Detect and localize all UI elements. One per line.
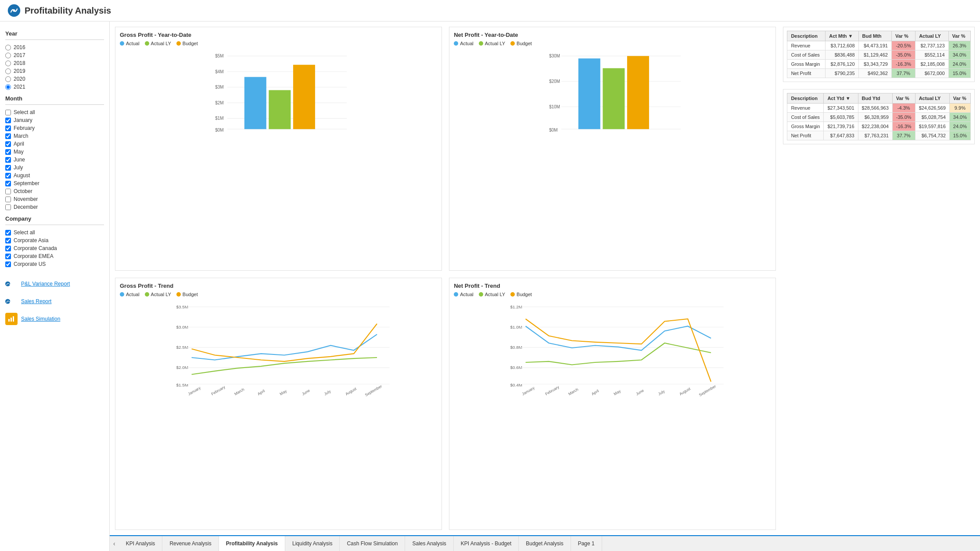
col-var-pct2-ytd: Var % [949,93,970,104]
company-section-title: Company [5,215,104,222]
svg-point-3 [5,299,10,304]
npt-legend-actual-ly: Actual LY [479,292,505,297]
month-check-october[interactable]: October [5,187,104,195]
cell-var-pct: -16.3% [891,60,915,69]
page-title: Profitability Analysis [25,6,111,16]
month-check-december[interactable]: December [5,203,104,211]
cell-var-pct: -20.5% [891,41,915,50]
svg-text:June: June [635,388,645,396]
ytd-table-panel: Description Act Ytd ▼ Bud Ytd Var % Actu… [783,89,975,144]
month-check-april[interactable]: April [5,140,104,148]
month-check-march[interactable]: March [5,132,104,140]
svg-text:$2.0M: $2.0M [176,365,188,370]
month-check-february[interactable]: February [5,124,104,132]
tab-scroll-left[interactable]: ‹ [110,536,119,551]
table-row: Net Profit $7,647,833 $7,763,231 37.7% $… [787,131,971,140]
svg-text:February: February [210,384,226,396]
svg-text:$3M: $3M [215,85,223,89]
cell-var-pct: -35.0% [891,50,915,60]
gpt-legend-actual-ly: Actual LY [145,292,171,297]
charts-grid: Gross Profit - Year-to-Date Actual Actua… [110,21,980,535]
tab-revenue-analysis[interactable]: Revenue Analysis [162,536,219,551]
tab-page-1[interactable]: Page 1 [571,536,602,551]
year-radio-2021[interactable]: 2021 [5,83,104,91]
col-act-ly-ytd: Actual LY [915,93,949,104]
svg-text:July: July [323,389,332,396]
month-check-select-all[interactable]: Select all [5,108,104,116]
cell-act-ly: $19,597,816 [915,122,949,131]
cell-desc: Revenue [787,104,824,113]
svg-text:May: May [279,388,288,396]
pl-variance-link-item[interactable]: P&L Variance Report [5,275,104,293]
svg-rect-4 [8,319,10,322]
main-content: Year 201620172018201920202021 Month Sele… [0,21,980,551]
svg-text:$4M: $4M [215,69,223,74]
svg-text:$0.6M: $0.6M [510,365,523,370]
svg-point-1 [13,9,15,11]
cell-var-pct: -16.3% [892,122,915,131]
month-check-july[interactable]: July [5,164,104,172]
month-check-june[interactable]: June [5,156,104,164]
year-radio-2020[interactable]: 2020 [5,75,104,83]
year-radio-2017[interactable]: 2017 [5,51,104,59]
cell-var-pct2: 34.0% [948,50,970,60]
cell-bud-mth: $492,362 [858,69,891,78]
month-check-november[interactable]: November [5,195,104,203]
np-ytd-panel: Net Profit - Year-to-Date Actual Actual … [449,27,776,271]
mth-table-panel: Description Act Mth ▼ Bud Mth Var % Actu… [783,27,975,82]
month-check-january[interactable]: January [5,116,104,124]
company-check-corporate-emea[interactable]: Corporate EMEA [5,252,104,260]
month-check-may[interactable]: May [5,148,104,156]
svg-text:July: July [657,389,666,396]
tab-liquidity-analysis[interactable]: Liquidity Analysis [285,536,340,551]
solver-logo-icon [7,4,21,18]
company-check-corporate-asia[interactable]: Corporate Asia [5,236,104,244]
np-legend-actual: Actual [454,41,474,46]
svg-text:$1.0M: $1.0M [510,325,523,329]
company-check-corporate-canada[interactable]: Corporate Canada [5,244,104,252]
tab-cash-flow-simulation[interactable]: Cash Flow Simulation [340,536,405,551]
np-ytd-title: Net Profit - Year-to-Date [454,32,771,38]
year-radio-2019[interactable]: 2019 [5,67,104,75]
svg-rect-6 [13,316,14,322]
cell-bud-mth: $3,343,729 [858,60,891,69]
sales-report-link-item[interactable]: Sales Report [5,293,104,310]
gp-ytd-panel: Gross Profit - Year-to-Date Actual Actua… [115,27,442,271]
svg-text:$1.5M: $1.5M [176,383,188,387]
svg-text:March: March [233,387,245,396]
col-bud-ytd: Bud Ytd [858,93,892,104]
svg-text:August: August [345,386,357,396]
month-check-august[interactable]: August [5,172,104,179]
year-radio-2016[interactable]: 2016 [5,43,104,51]
cell-var-pct2: 15.0% [948,69,970,78]
cell-bud-mth: $4,473,191 [858,41,891,50]
np-trend-legend: Actual Actual LY Budget [454,292,771,297]
cell-act-ly: $2,737,123 [915,41,948,50]
tab-sales-analysis[interactable]: Sales Analysis [405,536,453,551]
tab-kpi-analysis---budget[interactable]: KPI Analysis - Budget [454,536,519,551]
svg-text:May: May [613,388,622,396]
gp-ytd-title: Gross Profit - Year-to-Date [120,32,437,38]
npt-legend-actual: Actual [454,292,474,297]
cell-var-pct: -4.3% [892,104,915,113]
cell-act-ytd: $7,647,833 [824,131,858,140]
svg-text:$3.5M: $3.5M [176,304,188,309]
mth-table: Description Act Mth ▼ Bud Mth Var % Actu… [787,31,971,78]
table-row: Gross Margin $2,876,120 $3,343,729 -16.3… [787,60,971,69]
company-check-corporate-us[interactable]: Corporate US [5,260,104,268]
sales-report-link[interactable]: Sales Report [21,298,51,304]
tab-kpi-analysis[interactable]: KPI Analysis [119,536,163,551]
month-check-september[interactable]: September [5,179,104,187]
sales-simulation-link-item[interactable]: Sales Simulation [5,310,104,328]
company-check-select-all[interactable]: Select all [5,229,104,236]
pl-variance-link[interactable]: P&L Variance Report [21,281,70,287]
sales-simulation-link[interactable]: Sales Simulation [21,316,60,322]
svg-text:$1.2M: $1.2M [510,304,523,309]
cell-var-pct: -35.0% [892,113,915,122]
year-radio-2018[interactable]: 2018 [5,59,104,67]
gp-trend-title: Gross Profit - Trend [120,283,437,289]
cell-desc: Cost of Sales [787,50,826,60]
tab-budget-analysis[interactable]: Budget Analysis [519,536,571,551]
tab-profitability-analysis[interactable]: Profitability Analysis [219,535,285,551]
cell-var-pct2: 9.9% [949,104,970,113]
